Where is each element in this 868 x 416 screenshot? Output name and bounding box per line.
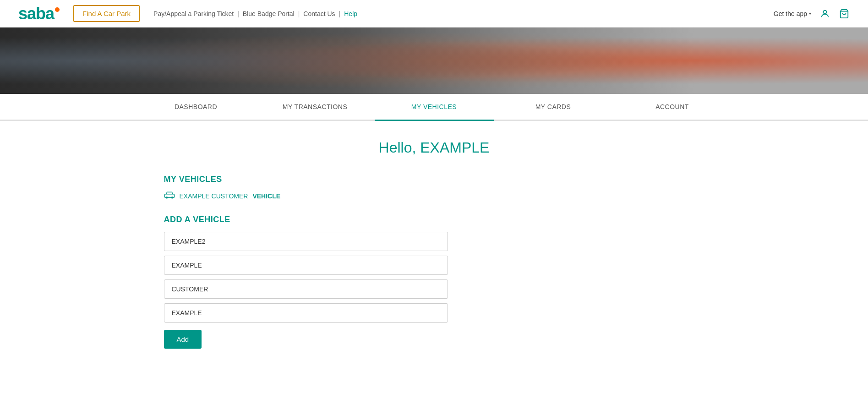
find-car-park-button[interactable]: Find A Car Park	[73, 5, 140, 22]
add-vehicle-section: ADD A VEHICLE Add	[164, 215, 704, 349]
header-nav: Pay/Appeal a Parking Ticket | Blue Badge…	[153, 10, 774, 17]
vehicle-name-normal: EXAMPLE CUSTOMER	[180, 192, 248, 200]
greeting-heading: Hello, EXAMPLE	[164, 139, 704, 156]
nav-link-contact[interactable]: Contact Us	[303, 10, 335, 17]
logo-text: saba	[18, 4, 54, 23]
vehicle-field-3[interactable]	[164, 279, 448, 299]
nav-link-help[interactable]: Help	[344, 10, 357, 17]
add-vehicle-button[interactable]: Add	[164, 330, 202, 349]
add-vehicle-title: ADD A VEHICLE	[164, 215, 704, 224]
form-field-1	[164, 232, 448, 251]
secondary-nav: DASHBOARD MY TRANSACTIONS MY VEHICLES MY…	[0, 94, 868, 121]
separator-1: |	[237, 10, 239, 17]
tab-account[interactable]: ACCOUNT	[613, 94, 732, 121]
svg-point-4	[171, 197, 173, 199]
logo: saba	[18, 4, 60, 23]
main-content: Hello, EXAMPLE MY VEHICLES EXAMPLE CUSTO…	[136, 121, 732, 367]
my-vehicles-title: MY VEHICLES	[164, 175, 704, 184]
vehicle-field-2[interactable]	[164, 256, 448, 275]
tab-my-vehicles[interactable]: MY VEHICLES	[375, 94, 494, 121]
separator-2: |	[298, 10, 300, 17]
vehicle-field-4[interactable]	[164, 303, 448, 323]
car-icon	[164, 191, 175, 201]
tab-my-transactions[interactable]: MY TRANSACTIONS	[256, 94, 375, 121]
form-field-2	[164, 256, 448, 275]
separator-3: |	[339, 10, 341, 17]
svg-point-3	[165, 197, 168, 199]
cart-icon[interactable]	[839, 8, 850, 19]
hero-overlay	[0, 27, 868, 94]
get-app-link[interactable]: Get the app ▾	[774, 10, 811, 17]
chevron-down-icon: ▾	[809, 11, 811, 16]
vehicle-field-1[interactable]	[164, 232, 448, 251]
user-icon[interactable]	[819, 8, 830, 19]
vehicle-name-bold: VEHICLE	[252, 192, 280, 200]
secondary-nav-inner: DASHBOARD MY TRANSACTIONS MY VEHICLES MY…	[136, 94, 732, 120]
hero-image	[0, 27, 868, 94]
header: saba Find A Car Park Pay/Appeal a Parkin…	[0, 0, 868, 27]
tab-my-cards[interactable]: MY CARDS	[494, 94, 613, 121]
tab-dashboard[interactable]: DASHBOARD	[136, 94, 256, 121]
form-field-4	[164, 303, 448, 323]
svg-point-0	[823, 10, 826, 13]
form-field-3	[164, 279, 448, 299]
nav-link-blue-badge[interactable]: Blue Badge Portal	[243, 10, 295, 17]
vehicle-entry: EXAMPLE CUSTOMER VEHICLE	[164, 191, 704, 201]
header-right: Get the app ▾	[774, 8, 850, 19]
nav-link-pay-appeal[interactable]: Pay/Appeal a Parking Ticket	[153, 10, 234, 17]
get-app-label: Get the app	[774, 10, 807, 17]
logo-dot	[55, 7, 60, 12]
